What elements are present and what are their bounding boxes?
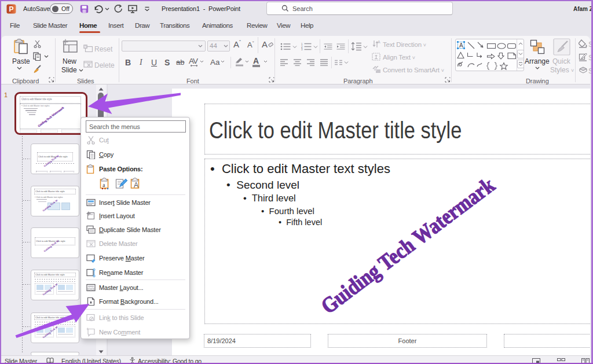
svg-text:P: P [9,5,13,13]
svg-text:3: 3 [301,48,303,50]
svg-text:A: A [378,40,380,44]
svg-text:A: A [459,42,463,49]
svg-text:a: a [103,182,105,188]
svg-text:A: A [134,181,138,189]
